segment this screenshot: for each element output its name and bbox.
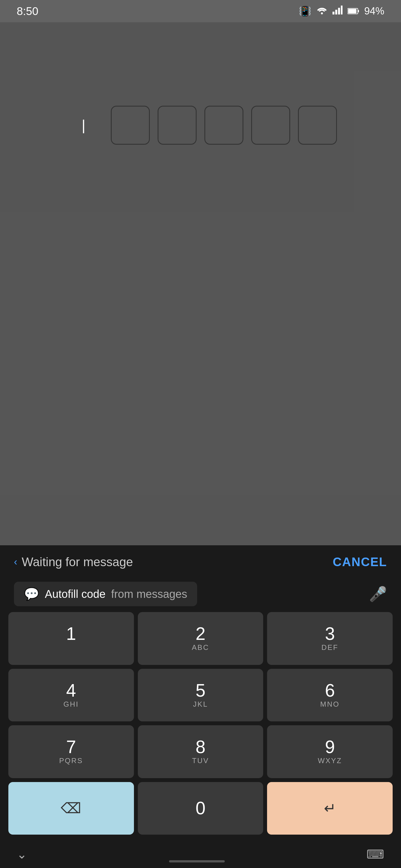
autofill-text: Autofill code [45, 588, 106, 600]
keyboard-panel: ‹ Waiting for message CANCEL 💬 Autofill … [0, 545, 401, 868]
autofill-row: 💬 Autofill code from messages 🎤 [0, 579, 401, 609]
mic-icon[interactable]: 🎤 [369, 586, 387, 602]
otp-box-3[interactable] [157, 106, 197, 145]
svg-point-0 [321, 12, 323, 14]
key-8[interactable]: 8 TUV [138, 725, 263, 778]
svg-rect-6 [358, 10, 359, 12]
keyboard-switch-icon[interactable]: ⌨ [367, 847, 384, 861]
vibrate-icon: 📳 [299, 5, 311, 17]
numpad: 1 2 ABC 3 DEF 4 GHI 5 JKL 6 [0, 609, 401, 840]
enter-key[interactable]: ↵ [267, 782, 393, 835]
key-5[interactable]: 5 JKL [138, 669, 263, 722]
key-0[interactable]: 0 [138, 782, 263, 835]
key-6[interactable]: 6 MNO [267, 669, 393, 722]
numpad-row-2: 4 GHI 5 JKL 6 MNO [8, 669, 393, 722]
wifi-icon [316, 5, 327, 17]
battery-icon [347, 5, 359, 17]
message-icon: 💬 [24, 587, 39, 601]
svg-rect-1 [333, 12, 335, 14]
autofill-suggestion[interactable]: 💬 Autofill code from messages [14, 582, 197, 606]
waiting-text: Waiting for message [22, 555, 133, 569]
svg-rect-2 [335, 10, 337, 14]
keyboard-topbar: ‹ Waiting for message CANCEL [0, 545, 401, 579]
numpad-row-4: ⌫ 0 ↵ [8, 782, 393, 835]
svg-rect-7 [348, 9, 356, 13]
otp-box-6[interactable] [298, 106, 337, 145]
key-2[interactable]: 2 ABC [138, 612, 263, 665]
delete-key[interactable]: ⌫ [8, 782, 134, 835]
battery-percent: 94% [364, 5, 384, 17]
waiting-indicator: ‹ Waiting for message [14, 555, 133, 569]
chevron-icon: ‹ [14, 556, 17, 568]
status-time: 8:50 [17, 5, 38, 18]
key-1[interactable]: 1 [8, 612, 134, 665]
otp-container: | [64, 106, 337, 145]
svg-rect-4 [341, 6, 343, 14]
key-4[interactable]: 4 GHI [8, 669, 134, 722]
numpad-row-1: 1 2 ABC 3 DEF [8, 612, 393, 665]
status-icons: 📳 94% [299, 5, 384, 17]
cancel-button[interactable]: CANCEL [333, 555, 387, 569]
main-area: | [0, 22, 401, 545]
svg-rect-3 [338, 8, 340, 14]
key-3[interactable]: 3 DEF [267, 612, 393, 665]
otp-box-1[interactable]: | [64, 106, 103, 145]
signal-icon [333, 5, 343, 17]
key-9[interactable]: 9 WXYZ [267, 725, 393, 778]
key-7[interactable]: 7 PQRS [8, 725, 134, 778]
otp-box-4[interactable] [204, 106, 244, 145]
autofill-source: from messages [111, 588, 187, 600]
otp-box-5[interactable] [251, 106, 290, 145]
numpad-row-3: 7 PQRS 8 TUV 9 WXYZ [8, 725, 393, 778]
status-bar: 8:50 📳 [0, 0, 401, 22]
home-indicator [169, 860, 225, 862]
collapse-keyboard-icon[interactable]: ⌄ [17, 847, 27, 861]
keyboard-bottom: ⌄ ⌨ [0, 840, 401, 868]
otp-box-2[interactable] [111, 106, 150, 145]
